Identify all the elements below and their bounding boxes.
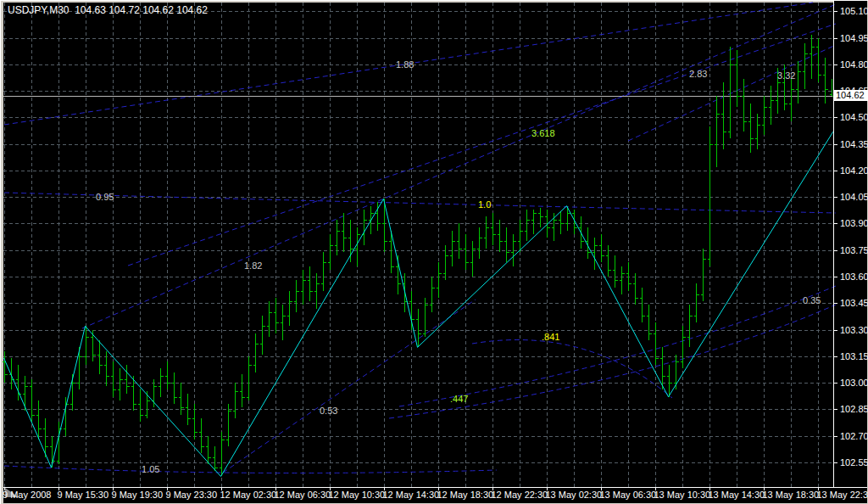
time-axis-label: 13 May 10:30	[654, 490, 711, 500]
price-axis-label: 103.60	[840, 272, 868, 282]
time-axis-label: 12 May 22:30	[492, 490, 548, 500]
price-axis-label: 104.50	[840, 112, 868, 122]
fib-level-label: 0.35	[803, 295, 821, 305]
price-axis-label: 102.70	[840, 431, 868, 441]
price-axis-label: 104.80	[840, 59, 868, 70]
time-axis-label: 13 May 18:30	[763, 490, 820, 500]
time-axis-label: 13 May 06:30	[600, 490, 657, 500]
time-axis-label: 12 May 02:30	[220, 490, 277, 500]
fib-level-label: 1.88	[396, 59, 414, 70]
fib-level-label: 1.0	[478, 199, 491, 210]
fib-level-label: 0.95	[96, 192, 114, 202]
fib-level-label: 3.32	[777, 70, 795, 81]
time-axis-label: 9 May 15:30	[58, 490, 109, 500]
price-axis-label: 104.95	[840, 33, 868, 43]
price-axis-label: 104.35	[840, 139, 868, 149]
time-axis-label: 13 May 14:30	[709, 490, 765, 500]
time-axis-label: 9 May 19:30	[112, 490, 164, 500]
price-axis-label: 103.15	[840, 351, 868, 361]
mt4-chart-window: 1.882.833.323.6180.951.01.820.35.841.447…	[0, 0, 868, 504]
current-price-badge: 104.62	[834, 90, 868, 101]
time-axis-label: 9 May 23:30	[166, 490, 218, 500]
price-axis-label: 104.20	[840, 165, 868, 176]
price-axis-label: 102.85	[840, 404, 868, 414]
time-axis-label: 12 May 06:30	[275, 490, 331, 500]
price-axis-label: 103.30	[840, 325, 868, 335]
fib-level-label: 2.83	[689, 69, 707, 79]
price-axis-label: 104.05	[840, 192, 868, 202]
fib-level-label: 1.05	[142, 464, 159, 474]
price-axis-label: 105.10	[840, 6, 868, 16]
time-axis-label: 13 May 02:30	[546, 490, 603, 500]
time-axis[interactable]: 9 May 20089 May 15:309 May 19:309 May 23…	[1, 487, 868, 504]
price-axis[interactable]: 105.10104.95104.80104.65104.50104.35104.…	[833, 1, 868, 487]
chart-plot-area[interactable]: 1.882.833.323.6180.951.01.820.35.841.447…	[1, 1, 868, 504]
time-axis-label: 12 May 10:30	[329, 490, 386, 500]
time-axis-label: 13 May 22:30	[817, 490, 868, 500]
price-axis-label: 103.75	[840, 245, 868, 255]
fib-level-label: 3.618	[531, 128, 555, 138]
chart-background[interactable]	[3, 3, 867, 503]
time-axis-label: 12 May 18:30	[437, 490, 494, 500]
price-axis-label: 103.90	[840, 218, 868, 228]
price-axis-label: 103.45	[840, 298, 868, 308]
chart-title: USDJPY,M30 104.63 104.72 104.62 104.62	[8, 4, 208, 16]
price-axis-label: 103.00	[840, 378, 868, 388]
fib-level-label: .841	[542, 332, 559, 342]
time-axis-label: 12 May 14:30	[383, 490, 440, 500]
price-axis-label: 102.55	[840, 457, 868, 468]
time-axis-label: 9 May 2008	[3, 490, 51, 500]
fib-level-label: .447	[450, 394, 468, 404]
fib-level-label: 1.82	[244, 260, 262, 271]
fib-level-label: 0.53	[320, 406, 337, 416]
